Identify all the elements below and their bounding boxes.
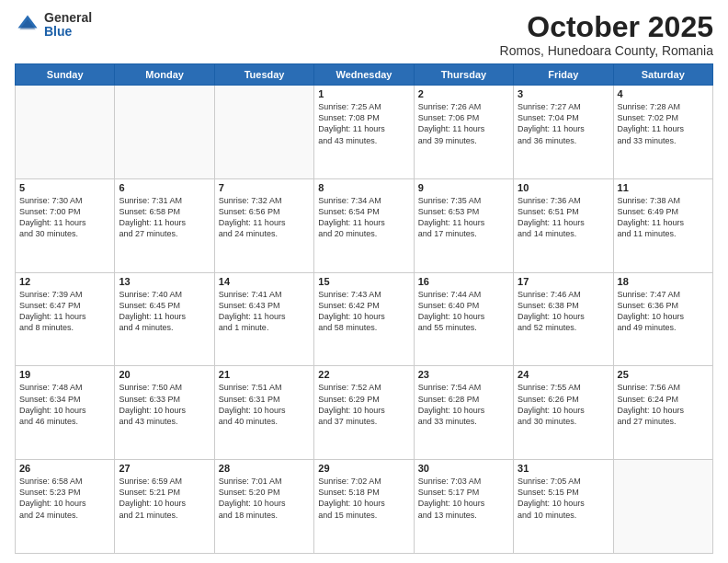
day-number: 8 xyxy=(318,182,409,193)
day-info: Sunrise: 7:44 AM Sunset: 6:40 PM Dayligh… xyxy=(418,289,509,334)
day-number: 9 xyxy=(418,182,509,193)
day-number: 23 xyxy=(418,369,509,380)
day-info: Sunrise: 7:41 AM Sunset: 6:43 PM Dayligh… xyxy=(219,289,310,334)
calendar-cell: 2Sunrise: 7:26 AM Sunset: 7:06 PM Daylig… xyxy=(414,86,513,179)
day-number: 25 xyxy=(618,369,709,380)
calendar-title: October 2025 xyxy=(500,11,713,43)
title-area: October 2025 Romos, Hunedoara County, Ro… xyxy=(500,11,713,58)
day-number: 12 xyxy=(19,276,110,287)
day-info: Sunrise: 7:52 AM Sunset: 6:29 PM Dayligh… xyxy=(318,382,409,427)
calendar-cell xyxy=(115,86,214,179)
day-number: 7 xyxy=(219,182,310,193)
day-info: Sunrise: 7:55 AM Sunset: 6:26 PM Dayligh… xyxy=(518,382,609,427)
calendar-cell: 17Sunrise: 7:46 AM Sunset: 6:38 PM Dayli… xyxy=(514,272,613,366)
calendar-cell: 4Sunrise: 7:28 AM Sunset: 7:02 PM Daylig… xyxy=(613,86,712,179)
calendar-cell: 23Sunrise: 7:54 AM Sunset: 6:28 PM Dayli… xyxy=(414,366,513,460)
week-row-0: 1Sunrise: 7:25 AM Sunset: 7:08 PM Daylig… xyxy=(16,86,713,179)
day-info: Sunrise: 7:36 AM Sunset: 6:51 PM Dayligh… xyxy=(518,195,609,240)
day-number: 6 xyxy=(119,182,210,193)
day-number: 18 xyxy=(618,276,709,287)
calendar-cell: 29Sunrise: 7:02 AM Sunset: 5:18 PM Dayli… xyxy=(314,460,414,554)
calendar-cell: 7Sunrise: 7:32 AM Sunset: 6:56 PM Daylig… xyxy=(214,178,313,272)
day-number: 27 xyxy=(119,463,210,474)
day-info: Sunrise: 7:31 AM Sunset: 6:58 PM Dayligh… xyxy=(119,195,210,240)
day-number: 21 xyxy=(219,369,310,380)
day-header-thursday: Thursday xyxy=(414,64,513,86)
day-number: 22 xyxy=(318,369,409,380)
day-number: 10 xyxy=(518,182,609,193)
day-info: Sunrise: 7:51 AM Sunset: 6:31 PM Dayligh… xyxy=(219,382,310,427)
day-number: 14 xyxy=(219,276,310,287)
day-number: 13 xyxy=(119,276,210,287)
day-info: Sunrise: 7:46 AM Sunset: 6:38 PM Dayligh… xyxy=(518,289,609,334)
calendar-cell: 3Sunrise: 7:27 AM Sunset: 7:04 PM Daylig… xyxy=(514,86,613,179)
week-row-2: 12Sunrise: 7:39 AM Sunset: 6:47 PM Dayli… xyxy=(16,272,713,366)
calendar-table: SundayMondayTuesdayWednesdayThursdayFrid… xyxy=(15,63,713,554)
day-number: 4 xyxy=(618,88,709,99)
calendar-cell: 13Sunrise: 7:40 AM Sunset: 6:45 PM Dayli… xyxy=(115,272,214,366)
calendar-cell: 19Sunrise: 7:48 AM Sunset: 6:34 PM Dayli… xyxy=(16,366,115,460)
day-info: Sunrise: 6:58 AM Sunset: 5:23 PM Dayligh… xyxy=(19,476,110,521)
calendar-cell: 27Sunrise: 6:59 AM Sunset: 5:21 PM Dayli… xyxy=(115,460,214,554)
day-number: 1 xyxy=(318,88,409,99)
logo-text: General Blue xyxy=(44,11,92,40)
day-header-friday: Friday xyxy=(514,64,613,86)
day-info: Sunrise: 7:01 AM Sunset: 5:20 PM Dayligh… xyxy=(219,476,310,521)
calendar-cell: 31Sunrise: 7:05 AM Sunset: 5:15 PM Dayli… xyxy=(514,460,613,554)
day-number: 16 xyxy=(418,276,509,287)
calendar-cell: 21Sunrise: 7:51 AM Sunset: 6:31 PM Dayli… xyxy=(214,366,313,460)
day-info: Sunrise: 7:28 AM Sunset: 7:02 PM Dayligh… xyxy=(618,101,709,146)
calendar-cell: 9Sunrise: 7:35 AM Sunset: 6:53 PM Daylig… xyxy=(414,178,513,272)
day-info: Sunrise: 7:54 AM Sunset: 6:28 PM Dayligh… xyxy=(418,382,509,427)
day-number: 11 xyxy=(618,182,709,193)
top-header: General Blue October 2025 Romos, Hunedoa… xyxy=(15,11,713,58)
calendar-cell: 24Sunrise: 7:55 AM Sunset: 6:26 PM Dayli… xyxy=(514,366,613,460)
day-number: 19 xyxy=(19,369,110,380)
day-info: Sunrise: 7:50 AM Sunset: 6:33 PM Dayligh… xyxy=(119,382,210,427)
header-row: SundayMondayTuesdayWednesdayThursdayFrid… xyxy=(16,64,713,86)
day-info: Sunrise: 7:47 AM Sunset: 6:36 PM Dayligh… xyxy=(618,289,709,334)
day-number: 15 xyxy=(318,276,409,287)
calendar-cell: 16Sunrise: 7:44 AM Sunset: 6:40 PM Dayli… xyxy=(414,272,513,366)
day-info: Sunrise: 7:39 AM Sunset: 6:47 PM Dayligh… xyxy=(19,289,110,334)
logo-general-text: General xyxy=(44,11,92,25)
calendar-cell xyxy=(214,86,313,179)
calendar-cell: 28Sunrise: 7:01 AM Sunset: 5:20 PM Dayli… xyxy=(214,460,313,554)
day-number: 17 xyxy=(518,276,609,287)
day-info: Sunrise: 7:26 AM Sunset: 7:06 PM Dayligh… xyxy=(418,101,509,146)
logo-icon xyxy=(15,12,40,38)
page: General Blue October 2025 Romos, Hunedoa… xyxy=(0,0,728,563)
logo-blue-text: Blue xyxy=(44,25,92,39)
day-header-wednesday: Wednesday xyxy=(314,64,414,86)
day-number: 2 xyxy=(418,88,509,99)
day-info: Sunrise: 7:56 AM Sunset: 6:24 PM Dayligh… xyxy=(618,382,709,427)
day-info: Sunrise: 7:25 AM Sunset: 7:08 PM Dayligh… xyxy=(318,101,409,146)
week-row-4: 26Sunrise: 6:58 AM Sunset: 5:23 PM Dayli… xyxy=(16,460,713,554)
day-info: Sunrise: 7:05 AM Sunset: 5:15 PM Dayligh… xyxy=(518,476,609,521)
day-info: Sunrise: 7:27 AM Sunset: 7:04 PM Dayligh… xyxy=(518,101,609,146)
calendar-cell: 8Sunrise: 7:34 AM Sunset: 6:54 PM Daylig… xyxy=(314,178,414,272)
calendar-cell: 1Sunrise: 7:25 AM Sunset: 7:08 PM Daylig… xyxy=(314,86,414,179)
day-number: 3 xyxy=(518,88,609,99)
week-row-1: 5Sunrise: 7:30 AM Sunset: 7:00 PM Daylig… xyxy=(16,178,713,272)
calendar-cell: 5Sunrise: 7:30 AM Sunset: 7:00 PM Daylig… xyxy=(16,178,115,272)
calendar-cell: 10Sunrise: 7:36 AM Sunset: 6:51 PM Dayli… xyxy=(514,178,613,272)
calendar-subtitle: Romos, Hunedoara County, Romania xyxy=(500,43,713,58)
day-header-monday: Monday xyxy=(115,64,214,86)
day-info: Sunrise: 7:30 AM Sunset: 7:00 PM Dayligh… xyxy=(19,195,110,240)
day-header-saturday: Saturday xyxy=(613,64,712,86)
calendar-cell: 20Sunrise: 7:50 AM Sunset: 6:33 PM Dayli… xyxy=(115,366,214,460)
day-info: Sunrise: 7:34 AM Sunset: 6:54 PM Dayligh… xyxy=(318,195,409,240)
calendar-cell: 22Sunrise: 7:52 AM Sunset: 6:29 PM Dayli… xyxy=(314,366,414,460)
day-header-tuesday: Tuesday xyxy=(214,64,313,86)
day-info: Sunrise: 7:48 AM Sunset: 6:34 PM Dayligh… xyxy=(19,382,110,427)
day-number: 26 xyxy=(19,463,110,474)
day-info: Sunrise: 7:38 AM Sunset: 6:49 PM Dayligh… xyxy=(618,195,709,240)
day-number: 20 xyxy=(119,369,210,380)
day-number: 29 xyxy=(318,463,409,474)
day-number: 5 xyxy=(19,182,110,193)
day-number: 31 xyxy=(518,463,609,474)
calendar-cell: 18Sunrise: 7:47 AM Sunset: 6:36 PM Dayli… xyxy=(613,272,712,366)
calendar-cell: 25Sunrise: 7:56 AM Sunset: 6:24 PM Dayli… xyxy=(613,366,712,460)
calendar-cell: 14Sunrise: 7:41 AM Sunset: 6:43 PM Dayli… xyxy=(214,272,313,366)
